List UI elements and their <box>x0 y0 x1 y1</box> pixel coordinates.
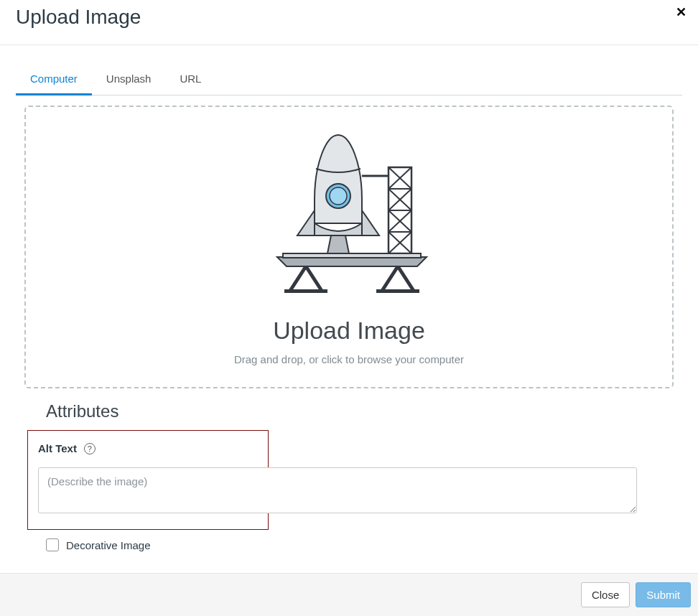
modal-title: Upload Image <box>16 6 141 29</box>
rocket-illustration <box>263 131 435 299</box>
submit-button[interactable]: Submit <box>636 582 691 607</box>
alt-text-label: Alt Text <box>38 442 77 454</box>
svg-line-20 <box>398 266 414 291</box>
modal-body: Computer Unsplash URL <box>0 45 698 573</box>
svg-line-17 <box>290 266 306 291</box>
svg-line-18 <box>306 266 322 291</box>
svg-point-1 <box>330 187 347 205</box>
alt-text-label-row: Alt Text ? <box>38 442 258 454</box>
help-icon[interactable]: ? <box>84 443 96 454</box>
tab-computer[interactable]: Computer <box>16 65 92 95</box>
dropzone-title: Upload Image <box>273 317 425 345</box>
attributes-heading: Attributes <box>46 401 652 421</box>
decorative-row: Decorative Image <box>46 538 652 551</box>
dropzone-subtitle: Drag and drop, or click to browse your c… <box>234 353 464 365</box>
decorative-checkbox[interactable] <box>46 538 59 551</box>
tab-unsplash[interactable]: Unsplash <box>92 65 166 95</box>
close-button[interactable]: Close <box>581 582 630 607</box>
svg-rect-16 <box>283 253 421 258</box>
decorative-label: Decorative Image <box>66 539 151 551</box>
close-icon[interactable]: ✕ <box>673 6 689 19</box>
svg-rect-21 <box>284 289 327 293</box>
attributes-section: Attributes Alt Text ? Decorative Image <box>16 388 682 551</box>
alt-text-highlight: Alt Text ? <box>27 430 269 530</box>
modal-header: Upload Image ✕ <box>0 0 698 45</box>
tab-url[interactable]: URL <box>165 65 215 95</box>
tabs: Computer Unsplash URL <box>16 65 682 95</box>
modal-footer: Close Submit <box>0 573 698 616</box>
svg-rect-22 <box>376 289 419 293</box>
alt-text-input[interactable] <box>38 467 637 513</box>
upload-dropzone[interactable]: Upload Image Drag and drop, or click to … <box>24 106 674 388</box>
rocket-icon <box>263 131 435 297</box>
svg-line-19 <box>382 266 398 291</box>
